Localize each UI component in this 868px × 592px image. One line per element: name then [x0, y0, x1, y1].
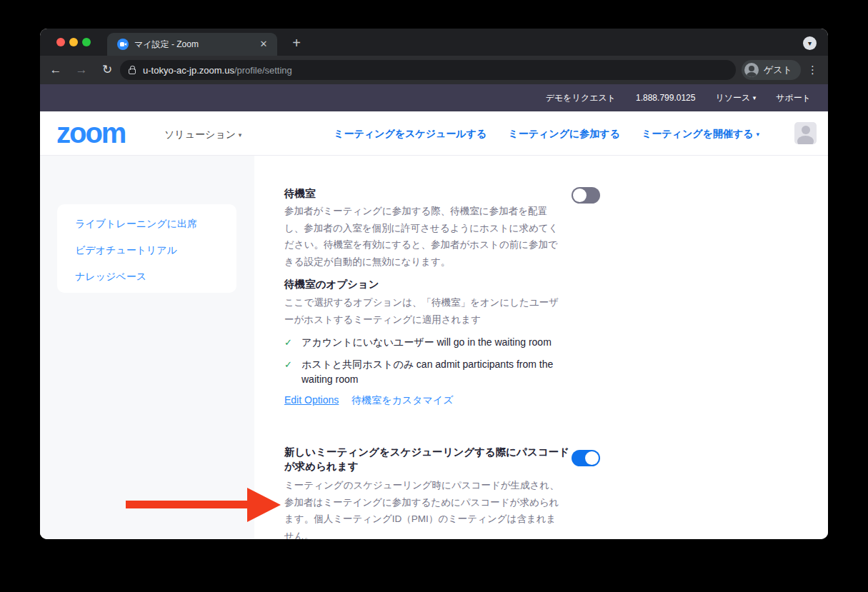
- waiting-room-description: 参加者がミーティングに参加する際、待機室に参加者を配置し、参加者の入室を個別に許…: [284, 203, 560, 270]
- tab-search-button[interactable]: ▾: [803, 36, 817, 50]
- window-minimize-button[interactable]: [69, 38, 78, 46]
- url-path: /profile/setting: [234, 65, 292, 76]
- annotation-arrow-head: [247, 488, 281, 522]
- resources-dropdown[interactable]: リソース ▾: [715, 92, 756, 104]
- passcode-title: 新しいミーティングをスケジューリングする際にパスコードが求められます: [284, 445, 570, 473]
- passcode-description: ミーティングのスケジューリング時にパスコードが生成され、参加者はミーテイングに参…: [284, 477, 560, 539]
- guest-avatar-icon: [744, 63, 759, 77]
- page-url: u-tokyo-ac-jp.zoom.us/profile/setting: [143, 65, 292, 76]
- new-tab-button[interactable]: +: [287, 34, 306, 53]
- waiting-room-actions: Edit Options 待機室をカスタマイズ: [284, 394, 453, 407]
- browser-tab[interactable]: マイ設定 - Zoom ✕: [107, 33, 277, 56]
- sidebar-card: ライブトレーニングに出席 ビデオチュートリアル ナレッジベース: [57, 204, 236, 293]
- window-zoom-button[interactable]: [82, 38, 91, 46]
- header-nav: ミーティングをスケジュールする ミーティングに参加する ミーティングを開催する …: [334, 128, 759, 141]
- solutions-dropdown[interactable]: ソリューション ▾: [164, 129, 241, 141]
- toggle-knob: [573, 189, 587, 202]
- sidebar-item-knowledge-base[interactable]: ナレッジベース: [75, 271, 146, 284]
- customize-waiting-room-link[interactable]: 待機室をカスタマイズ: [351, 394, 453, 406]
- zoom-header: zoom ソリューション ▾ ミーティングをスケジュールする ミーティングに参加…: [40, 111, 828, 156]
- edit-options-link[interactable]: Edit Options: [284, 394, 339, 406]
- forward-icon[interactable]: →: [71, 60, 91, 80]
- tab-strip: マイ設定 - Zoom ✕ + ▾: [40, 29, 828, 56]
- option-item-text: ホストと共同ホストのみ can admit participants from …: [301, 358, 553, 385]
- zoom-logo[interactable]: zoom: [56, 117, 125, 149]
- check-icon: ✓: [284, 335, 292, 350]
- waiting-room-title: 待機室: [284, 186, 570, 201]
- sidebar: ライブトレーニングに出席 ビデオチュートリアル ナレッジベース: [40, 156, 254, 539]
- tab-title: マイ設定 - Zoom: [134, 39, 257, 51]
- close-tab-icon[interactable]: ✕: [257, 38, 270, 51]
- waiting-room-toggle[interactable]: [572, 187, 600, 204]
- sidebar-item-video-tutorials[interactable]: ビデオチュートリアル: [75, 244, 177, 257]
- chevron-down-icon: ▾: [756, 131, 759, 138]
- check-icon: ✓: [284, 357, 292, 372]
- request-demo-link[interactable]: デモをリクエスト: [546, 92, 616, 104]
- guest-label: ゲスト: [764, 64, 792, 76]
- schedule-meeting-link[interactable]: ミーティングをスケジュールする: [334, 128, 487, 141]
- settings-page: ライブトレーニングに出席 ビデオチュートリアル ナレッジベース 待機室 参加者が…: [40, 156, 828, 539]
- join-meeting-link[interactable]: ミーティングに参加する: [508, 128, 620, 141]
- passcode-toggle[interactable]: [572, 450, 600, 466]
- window-close-button[interactable]: [56, 38, 65, 46]
- waiting-room-options-description: ここで選択するオプションは、「待機室」をオンにしたユーザーがホストするミーティン…: [284, 294, 560, 328]
- lock-icon: [129, 69, 136, 74]
- chevron-down-icon: ▾: [753, 94, 757, 101]
- zoom-favicon-icon: [117, 39, 129, 50]
- option-item: ✓ ホストと共同ホストのみ can admit participants fro…: [284, 357, 567, 387]
- sidebar-item-live-training[interactable]: ライブトレーニングに出席: [75, 218, 197, 231]
- phone-number-link[interactable]: 1.888.799.0125: [636, 93, 695, 103]
- url-host: u-tokyo-ac-jp.zoom.us: [143, 65, 234, 76]
- support-link[interactable]: サポート: [776, 92, 811, 104]
- waiting-room-options-title: 待機室のオプション: [284, 277, 570, 291]
- zoom-topbar: デモをリクエスト 1.888.799.0125 リソース ▾ サポート: [40, 84, 828, 111]
- reload-icon[interactable]: ↻: [97, 60, 117, 80]
- browser-window: マイ設定 - Zoom ✕ + ▾ ← → ↻ u-tokyo-ac-jp.zo…: [40, 29, 828, 539]
- user-avatar[interactable]: [794, 122, 817, 144]
- option-item: ✓ アカウントにいないユーザー will go in the waiting r…: [284, 335, 567, 350]
- browser-menu-icon[interactable]: ⋮: [807, 63, 818, 77]
- annotation-arrow: [126, 501, 249, 508]
- browser-toolbar: ← → ↻ u-tokyo-ac-jp.zoom.us/profile/sett…: [40, 56, 828, 84]
- option-item-text: アカウントにいないユーザー will go in the waiting roo…: [301, 336, 552, 348]
- chevron-down-icon: ▾: [239, 131, 242, 139]
- back-icon[interactable]: ←: [46, 60, 66, 80]
- host-meeting-dropdown[interactable]: ミーティングを開催する ▾: [642, 128, 759, 141]
- toggle-knob: [585, 451, 599, 465]
- address-bar[interactable]: u-tokyo-ac-jp.zoom.us/profile/setting: [120, 60, 736, 80]
- profile-button[interactable]: ゲスト: [742, 60, 801, 80]
